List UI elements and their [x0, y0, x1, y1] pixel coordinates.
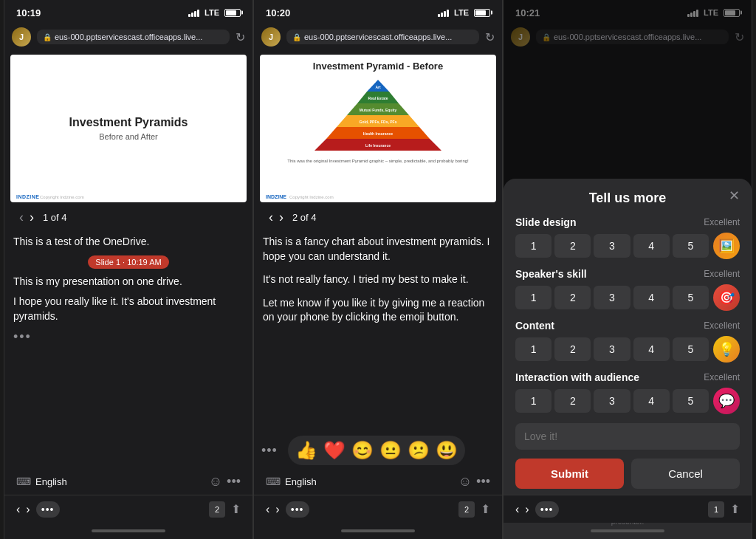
slide2-title: Investment Pyramid - Before	[313, 61, 443, 72]
interaction-buttons: 1 2 3 4 5	[515, 389, 709, 413]
next-arrow-2[interactable]: ›	[276, 210, 286, 225]
svg-text:Gold, PPFs, FDs, PFs: Gold, PPFs, FDs, PFs	[360, 120, 397, 124]
rating-c-2[interactable]: 2	[554, 337, 591, 361]
modal-title: Tell us more	[515, 190, 740, 206]
phone-2: 10:20 LTE J 🔒 eus-000.pptservicescast.of…	[253, 0, 503, 539]
address-bar-2: J 🔒 eus-000.pptservicescast.officeapps.l…	[254, 22, 502, 52]
slide-counter-2: 2 of 4	[292, 212, 317, 223]
forward-btn-1[interactable]: ›	[26, 503, 30, 516]
url-bar-1[interactable]: 🔒 eus-000.pptservicescast.officeapps.liv…	[37, 30, 230, 44]
time-2: 10:20	[266, 7, 290, 18]
interaction-label: Interaction with audience	[515, 371, 639, 383]
forward-btn-2[interactable]: ›	[275, 503, 279, 516]
feedback-input[interactable]	[515, 423, 740, 450]
emoji-confused[interactable]: 😕	[408, 440, 430, 461]
next-arrow-1[interactable]: ›	[27, 210, 37, 225]
slide2-watermark: INDZINE	[266, 194, 286, 199]
rating-c-5[interactable]: 5	[673, 337, 709, 361]
chat-msg-1-0: This is a test of the OneDrive.	[13, 235, 244, 250]
rating-i-2[interactable]: 2	[554, 389, 591, 413]
svg-text:Life Insurance: Life Insurance	[365, 143, 391, 148]
lock-icon-1: 🔒	[43, 33, 52, 41]
status-icons-2: LTE	[438, 8, 490, 17]
address-bar-1: J 🔒 eus-000.pptservicescast.officeapps.l…	[4, 22, 252, 52]
chat-msg-2-2: Let me know if you like it by giving me …	[263, 296, 493, 325]
cancel-button[interactable]: Cancel	[631, 459, 740, 489]
interaction-icon: 💬	[713, 388, 740, 414]
rating-i-4[interactable]: 4	[633, 389, 670, 413]
rating-c-4[interactable]: 4	[633, 337, 670, 361]
rating-sd-5[interactable]: 5	[673, 234, 709, 258]
more-btn-1[interactable]: •••	[227, 474, 241, 490]
rating-ss-3[interactable]: 3	[594, 286, 630, 309]
forward-btn-3[interactable]: ›	[525, 503, 529, 516]
rating-sd-3[interactable]: 3	[594, 234, 630, 258]
chat-area-1: This is a test of the OneDrive. Slide 1 …	[4, 229, 252, 468]
toolbar-dots-2[interactable]: •••	[286, 501, 309, 518]
emoji-row: 👍 ❤️ 😊 😐 😕 😃	[288, 436, 465, 465]
rating-sd-1[interactable]: 1	[515, 234, 551, 258]
rating-ss-4[interactable]: 4	[633, 286, 670, 309]
refresh-btn-1[interactable]: ↻	[236, 30, 245, 44]
prev-arrow-1[interactable]: ‹	[16, 210, 27, 225]
back-btn-3[interactable]: ‹	[515, 503, 519, 516]
status-bar-2: 10:20 LTE	[254, 0, 502, 22]
rating-ss-1[interactable]: 1	[515, 286, 551, 309]
emoji-smile[interactable]: 😊	[351, 440, 374, 461]
language-label-2: English	[285, 476, 317, 487]
back-btn-2[interactable]: ‹	[266, 503, 269, 516]
bottom-toolbar-2: ‹ › ••• 2 ⬆	[254, 495, 502, 523]
chat-area-2: This is a fancy chart about investment p…	[254, 229, 502, 433]
rating-ss-2[interactable]: 2	[554, 286, 591, 309]
modal-close-btn[interactable]: ✕	[729, 188, 740, 204]
share-btn-3[interactable]: ⬆	[730, 502, 740, 516]
svg-text:Art: Art	[375, 85, 381, 89]
status-icons-1: LTE	[188, 8, 241, 17]
chat-msg-2-1: It's not really fancy. I tried my best t…	[263, 272, 493, 287]
emoji-thumbs-up[interactable]: 👍	[295, 440, 317, 461]
slide-subtitle-1: Before and After	[99, 132, 158, 141]
rating-c-3[interactable]: 3	[594, 337, 630, 361]
back-btn-1[interactable]: ‹	[16, 503, 20, 516]
rating-sd-4[interactable]: 4	[633, 234, 670, 258]
chat-msg-2-0: This is a fancy chart about investment p…	[263, 235, 493, 264]
slide-design-icon: 🖼️	[713, 233, 740, 259]
emoji-neutral[interactable]: 😐	[379, 440, 402, 461]
lte-label-2: LTE	[454, 8, 469, 17]
rating-interaction: Interaction with audience Excellent 1 2 …	[515, 371, 740, 414]
rating-i-5[interactable]: 5	[673, 389, 709, 413]
svg-text:Real Estate: Real Estate	[368, 96, 388, 100]
rating-speakers-skill: Speaker's skill Excellent 1 2 3 4 5 🎯	[515, 268, 740, 311]
emoji-happy[interactable]: 😃	[436, 440, 458, 461]
share-btn-1[interactable]: ⬆	[231, 502, 241, 516]
rating-ss-5[interactable]: 5	[673, 286, 709, 309]
rating-i-1[interactable]: 1	[515, 389, 551, 413]
url-bar-2[interactable]: 🔒 eus-000.pptservicescast.officeapps.liv…	[286, 30, 479, 44]
phone-1: 10:19 LTE J 🔒 eus-000.pptservicescast.of…	[4, 0, 253, 539]
avatar-2: J	[261, 27, 281, 47]
url-text-1: eus-000.pptservicescast.officeapps.live.…	[55, 32, 202, 41]
more-btn-2[interactable]: •••	[476, 474, 490, 490]
slide-copyright-1: Copyright Indzine.com	[40, 195, 84, 199]
share-btn-2[interactable]: ⬆	[481, 502, 490, 516]
slide-counter-1: 1 of 4	[43, 212, 67, 223]
emoji-heart[interactable]: ❤️	[323, 440, 346, 461]
prev-arrow-2[interactable]: ‹	[266, 210, 276, 225]
slide-1: Investment Pyramids Before and After IND…	[10, 55, 247, 202]
slide-badge-2: 2	[458, 501, 475, 518]
submit-button[interactable]: Submit	[515, 459, 624, 489]
bottom-toolbar-3: ‹ › ••• 1 ⬆	[504, 495, 752, 523]
content-excellent: Excellent	[704, 320, 740, 331]
tell-us-more-modal: ✕ Tell us more Slide design Excellent 1 …	[504, 179, 752, 539]
toolbar-dots-1[interactable]: •••	[36, 501, 60, 518]
home-indicator-2	[254, 523, 502, 539]
smiley-btn-1[interactable]: ☺	[209, 474, 222, 490]
language-label-1: English	[35, 476, 67, 487]
smiley-btn-2[interactable]: ☺	[458, 474, 472, 490]
rating-c-1[interactable]: 1	[515, 337, 551, 361]
toolbar-dots-3[interactable]: •••	[535, 501, 559, 518]
content-buttons: 1 2 3 4 5	[515, 337, 709, 361]
refresh-btn-2[interactable]: ↻	[485, 30, 495, 44]
rating-sd-2[interactable]: 2	[554, 234, 591, 258]
rating-i-3[interactable]: 3	[594, 389, 630, 413]
